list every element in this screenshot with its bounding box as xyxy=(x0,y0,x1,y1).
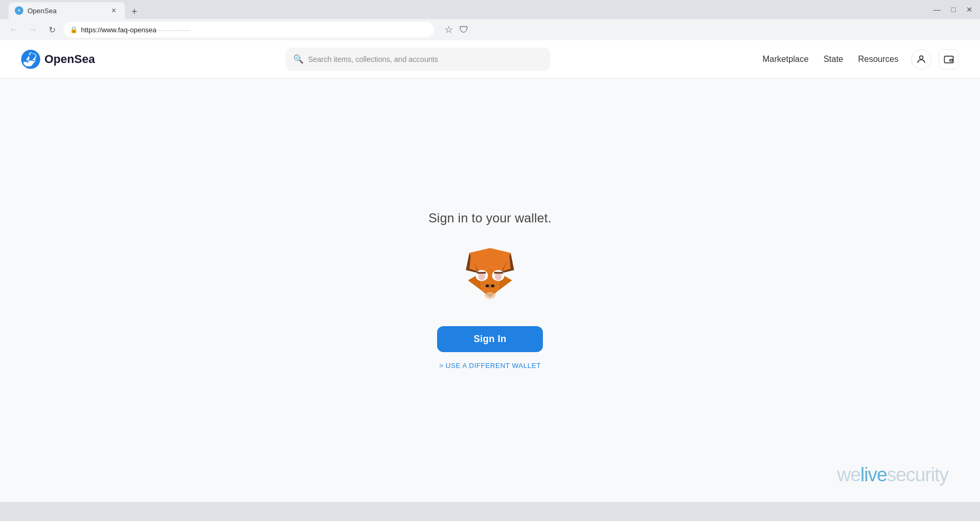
lock-icon: 🔒 xyxy=(70,26,78,33)
watermark-we: we xyxy=(837,464,860,486)
forward-button[interactable]: → xyxy=(25,22,40,37)
shield-icon[interactable]: 🛡 xyxy=(457,23,471,37)
new-tab-button[interactable]: + xyxy=(127,4,142,19)
tab-close-button[interactable]: ✕ xyxy=(109,6,119,15)
address-bar-row: ← → ↻ 🔒 https://www.faq-opensea·········… xyxy=(0,19,980,40)
nav-link-state[interactable]: State xyxy=(823,55,843,64)
watermark-security: security xyxy=(887,464,948,486)
main-content: Sign in to your wallet. xyxy=(0,78,980,502)
sign-in-button[interactable]: Sign In xyxy=(437,326,543,352)
nav-links: Marketplace State Resources xyxy=(763,55,899,64)
watermark: welivesecurity xyxy=(837,464,948,486)
person-icon xyxy=(916,54,927,65)
url-text: https://www.faq-opensea·················… xyxy=(81,26,190,34)
svg-point-21 xyxy=(491,284,495,287)
wallet-icon-button[interactable] xyxy=(939,49,959,69)
wallet-icon xyxy=(943,54,954,65)
logo[interactable]: OpenSea xyxy=(21,50,95,69)
metamask-fox-logo xyxy=(456,242,524,311)
minimize-button[interactable]: — xyxy=(930,4,944,15)
star-icon[interactable]: ☆ xyxy=(442,23,455,37)
browser-right-icons: ☆ 🛡 xyxy=(442,23,471,37)
opensea-logo-icon xyxy=(21,50,40,69)
search-placeholder: Search items, collections, and accounts xyxy=(308,55,543,64)
search-icon: 🔍 xyxy=(293,54,304,64)
maximize-button[interactable]: □ xyxy=(948,4,959,15)
different-wallet-link[interactable]: > USE A DIFFERENT WALLET xyxy=(439,362,541,370)
nav-link-marketplace[interactable]: Marketplace xyxy=(763,55,809,64)
active-tab[interactable]: OpenSea ✕ xyxy=(8,2,125,19)
back-button[interactable]: ← xyxy=(6,22,21,37)
tab-favicon xyxy=(15,6,23,15)
nav-header: OpenSea 🔍 Search items, collections, and… xyxy=(0,40,980,78)
watermark-live: live xyxy=(860,464,887,486)
title-bar: OpenSea ✕ + — □ ✕ xyxy=(0,0,980,19)
logo-text: OpenSea xyxy=(44,52,95,66)
nav-icons xyxy=(911,49,959,69)
svg-point-20 xyxy=(486,284,489,287)
search-bar[interactable]: 🔍 Search items, collections, and account… xyxy=(286,48,550,71)
svg-point-22 xyxy=(485,292,496,299)
sign-in-title: Sign in to your wallet. xyxy=(429,211,552,226)
tab-title: OpenSea xyxy=(28,7,57,15)
nav-link-resources[interactable]: Resources xyxy=(858,55,899,64)
close-button[interactable]: ✕ xyxy=(963,4,976,15)
page-content: OpenSea 🔍 Search items, collections, and… xyxy=(0,40,980,502)
svg-point-2 xyxy=(920,56,923,59)
address-bar[interactable]: 🔒 https://www.faq-opensea···············… xyxy=(63,22,434,38)
profile-icon-button[interactable] xyxy=(911,49,931,69)
window-controls: — □ ✕ xyxy=(930,4,976,15)
reload-button[interactable]: ↻ xyxy=(44,22,59,37)
